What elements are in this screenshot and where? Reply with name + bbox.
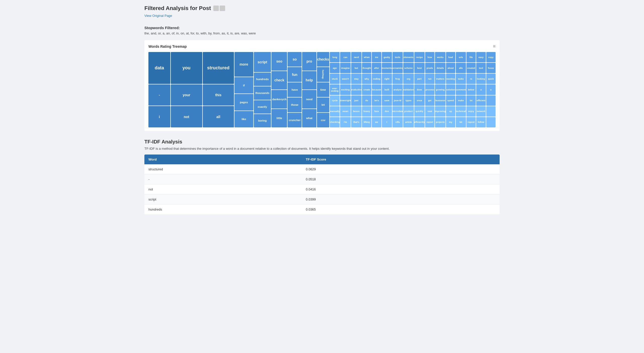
treemap-menu-icon[interactable]: ≡ [493, 44, 496, 49]
treemap-cell-stay: stay [351, 74, 361, 84]
page-container: Filtered Analysis for Post View Original… [138, 0, 506, 219]
treemap-cell-just: just [351, 95, 361, 106]
treemap-cell-wasting: wasting [446, 74, 455, 84]
treemap-cell-need: need [302, 90, 316, 109]
view-original-link[interactable]: View Original Page [144, 14, 172, 18]
treemap-cell-this: this [203, 84, 234, 106]
treemap-col-20: works details matters growing business i… [435, 52, 445, 127]
treemap-cell-have: have [288, 82, 302, 97]
treemap-cell-long: long [330, 52, 340, 62]
treemap-cell-org: org [403, 74, 414, 84]
treemap-cell-t: t [382, 117, 392, 127]
treemap-cell-projects: projects [435, 117, 445, 127]
badge-block-1 [213, 6, 219, 11]
treemap-cell-checks: checks [317, 52, 330, 67]
treemap-cell-article: article [403, 117, 414, 127]
treemap-cell-created: created [466, 63, 476, 73]
treemap-col-2: you your not [171, 52, 202, 127]
treemap-cell-network: network [476, 106, 486, 117]
treemap-cell-when: when [362, 52, 371, 62]
treemap-cell-details: details [435, 63, 445, 73]
treemap-cell-load: load [446, 52, 455, 62]
treemap-col-18: recipe best part does once quickly effic… [414, 52, 425, 127]
treemap-cell-manually: manually [330, 106, 340, 117]
treemap-cell-cycle: cycle [330, 95, 340, 106]
page-title: Filtered Analysis for Post [144, 5, 500, 12]
treemap-cell-help: help [302, 71, 316, 90]
treemap-cell-let: let [317, 97, 330, 112]
treemap-col-9: checks hashtag- time let csv [317, 52, 330, 127]
treemap-cell-ever-ending: ever-ending [330, 84, 340, 95]
treemap-cell-report: report [425, 117, 434, 127]
treemap-cell-business: business [435, 95, 445, 106]
treemap-cell-csv: csv [317, 113, 330, 127]
treemap-cell-don: don [382, 106, 392, 117]
treemap-col-21: load about wasting solution speed up my [446, 52, 455, 127]
treemap-title: Words Rating Treemap [148, 44, 187, 48]
tfidf-score-cell: 0.0629 [302, 164, 500, 174]
treemap-col-13: when thought why create do heavy lifting [362, 52, 371, 127]
treemap-cell-we: we [372, 117, 381, 127]
treemap-cell-so: so [288, 52, 302, 67]
tfidf-table-row: -0.0518 [144, 174, 500, 184]
treemap-cell-my: my [446, 117, 455, 127]
treemap-col-11: can imagine wasn't exciting downright me… [340, 52, 350, 127]
treemap-cell-follow: follow [476, 117, 486, 127]
treemap-col-15: geeky moments right built save don t [382, 52, 392, 127]
treemap-col-16: tools screaming frog analyse json-ld mic… [392, 52, 403, 127]
treemap-cell-because: because [372, 84, 381, 95]
tfidf-table: Word TF-IDF Score structured0.0629-0.051… [144, 155, 500, 214]
treemap-cell-run: run [425, 74, 434, 84]
treemap-cell-bit: bit [456, 117, 466, 127]
treemap-cell-screaming: screaming [392, 63, 403, 73]
treemap-cell-below: below [466, 84, 476, 95]
treemap-cell-file: file [466, 52, 476, 62]
treemap-card: Words Rating Treemap ≡ data - i you your… [144, 40, 500, 131]
tfidf-table-row: not0.0416 [144, 184, 500, 194]
treemap-col-5: script hundreds thousands exactly boring [254, 52, 271, 127]
treemap-cell-works: works [435, 52, 445, 62]
tfidf-col-score: TF-IDF Score [302, 155, 500, 164]
treemap-cell-pages: pages [234, 94, 253, 110]
treemap-cell-repost: repost [466, 117, 476, 127]
treemap-cell-efficiently: efficiently [414, 117, 425, 127]
treemap-cell-technical: technical [456, 106, 466, 117]
treemap-cell-but: but [351, 63, 361, 73]
treemap-cell-boxes: boxes [351, 106, 361, 117]
treemap-cell-urls: urls [456, 52, 466, 62]
treemap-cell-stuck: stuck [330, 74, 340, 84]
treemap-col-24: easy tool looking a efficient network fo… [476, 52, 486, 127]
tfidf-score-cell: 0.0518 [302, 174, 500, 184]
tfidf-word-cell: script [144, 194, 302, 205]
treemap-cell-a3 [486, 95, 496, 106]
treemap-cell-hashtag: hashtag- [317, 67, 330, 82]
treemap-cell-a: a [476, 84, 486, 95]
treemap-col-6: seo check dankevych little [271, 52, 287, 127]
treemap-cell-seo: seo [271, 52, 287, 71]
tfidf-score-cell: 0.0416 [302, 184, 500, 194]
treemap-cell-lifting: lifting [362, 117, 371, 127]
treemap-cell-little: little [271, 109, 287, 128]
tfidf-table-row: script0.0399 [144, 194, 500, 205]
treemap-cell-why: why [362, 74, 371, 84]
treemap-cell-a4 [486, 106, 496, 117]
treemap-cell-types: types [403, 95, 414, 106]
treemap-cell-enjoy: enjoy [466, 106, 476, 117]
treemap-col-23: file created rs below lot enjoy repost [466, 52, 476, 127]
tfidf-table-row: structured0.0629 [144, 164, 500, 174]
treemap-cell-comment: comment [456, 84, 466, 95]
treemap-cell-face: face [372, 106, 381, 117]
treemap-cell-if: if [234, 77, 253, 93]
tfidf-word-cell: hundreds [144, 205, 302, 215]
treemap-cell-frog: frog [392, 74, 403, 84]
treemap-col-7: so fun have those cruncher [288, 52, 302, 127]
treemap-col-10: long ago stuck ever-ending cycle manuall… [330, 52, 340, 127]
treemap-cell-alle: alle [456, 63, 466, 73]
treemap-cell-improving: improving [435, 106, 445, 117]
treemap-cell-i: i [148, 106, 170, 127]
treemap-cell-recipe: recipe [414, 52, 425, 62]
page-title-text: Filtered Analysis for Post [144, 5, 211, 12]
treemap-cell-scheme: scheme [403, 63, 414, 73]
treemap-cell-matters: matters [435, 74, 445, 84]
treemap-cell-productive: productive [351, 84, 361, 95]
